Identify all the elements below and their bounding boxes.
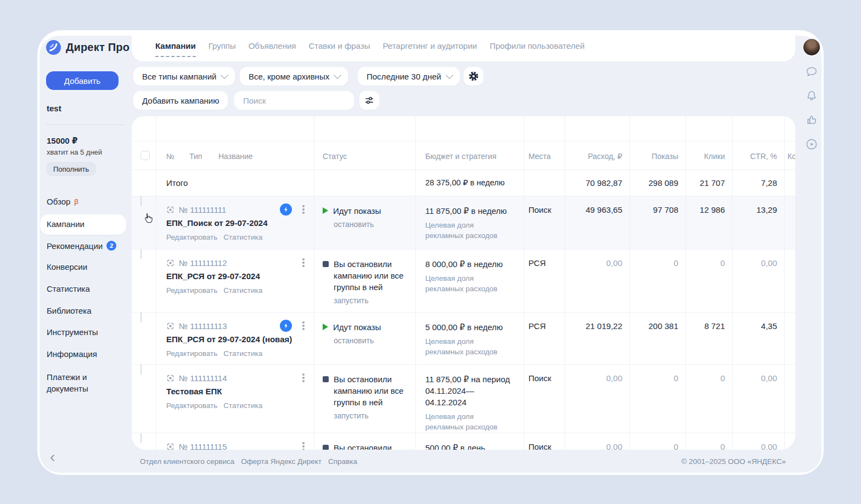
ctr-value: 13,29: [733, 196, 785, 249]
edit-link[interactable]: Редактировать: [166, 233, 217, 241]
avatar[interactable]: [803, 39, 820, 55]
tab-retargeting[interactable]: Ретаргетинг и аудитории: [382, 39, 477, 53]
sidebar-item-statistics[interactable]: Статистика: [47, 284, 90, 293]
account-name[interactable]: test: [47, 104, 61, 113]
campaign-name[interactable]: Тестовая ЕПК: [156, 383, 314, 397]
select-all-checkbox[interactable]: [140, 151, 150, 160]
gear-icon: [468, 70, 480, 82]
tune-filters-button[interactable]: [359, 91, 379, 110]
stats-link[interactable]: Статистика: [223, 286, 262, 295]
sidebar-item-overview[interactable]: Обзор β: [47, 197, 78, 206]
kebab-menu-icon[interactable]: [302, 208, 305, 211]
table-row: № 111111115 Вы остановили 500,00 ₽ в ден…: [132, 433, 795, 450]
places-value: Поиск: [524, 365, 565, 383]
campaign-number[interactable]: № 111111113: [179, 321, 227, 331]
col-header-budget[interactable]: Бюджет и стратегия: [425, 152, 496, 161]
bell-icon[interactable]: [805, 89, 818, 103]
stats-link[interactable]: Статистика: [223, 233, 262, 241]
campaign-name[interactable]: ЕПК_Поиск от 29-07-2024: [156, 214, 314, 229]
stopped-icon: [323, 445, 329, 450]
col-header-type[interactable]: Тип: [189, 152, 202, 161]
search-input[interactable]: [242, 91, 343, 110]
add-button[interactable]: Добавить: [46, 71, 119, 90]
col-header-places[interactable]: Места: [528, 152, 551, 161]
campaign-number[interactable]: № 111111114: [179, 373, 227, 383]
settings-gear-button[interactable]: [464, 67, 483, 86]
campaign-name[interactable]: ЕПК_РСЯ от 29-07-2024 (новая): [156, 331, 314, 345]
campaign-type-dropdown[interactable]: Все типы кампаний: [133, 67, 235, 86]
budget-value: 500,00 ₽ в день: [416, 433, 524, 450]
sidebar-item-conversions[interactable]: Конверсии: [47, 262, 87, 271]
sidebar-item-label: Кампании: [47, 219, 85, 229]
campaign-name[interactable]: ЕПК_РСЯ от 29-07-2024: [156, 268, 314, 282]
stats-link[interactable]: Статистика: [223, 401, 262, 410]
start-action-link[interactable]: запустить: [314, 293, 415, 305]
row-checkbox[interactable]: [140, 433, 142, 443]
strategy-label: Целевая доля рекламных расходов: [416, 270, 524, 294]
spend-value: 0,00: [565, 250, 630, 312]
ctr-value: 0,00: [733, 250, 785, 312]
collapse-sidebar-chevron[interactable]: [48, 454, 57, 462]
tab-ads[interactable]: Объявления: [249, 39, 296, 53]
archive-filter-dropdown[interactable]: Все, кроме архивных: [240, 67, 348, 86]
sidebar-item-information[interactable]: Информация: [47, 349, 97, 359]
chat-icon[interactable]: [805, 65, 818, 78]
totals-shows: 298 089: [630, 170, 686, 196]
kebab-menu-icon[interactable]: [302, 262, 305, 264]
strategy-label: Целевая доля рекламных расходов: [416, 217, 524, 241]
dropdown-value: Все, кроме архивных: [240, 72, 329, 81]
edit-link[interactable]: Редактировать: [166, 286, 217, 295]
row-checkbox[interactable]: [140, 364, 142, 375]
row-checkbox[interactable]: [140, 312, 142, 322]
stop-action-link[interactable]: остановить: [314, 217, 415, 229]
play-circle-icon[interactable]: [805, 138, 818, 151]
col-header-status[interactable]: Статус: [323, 152, 347, 161]
col-header-ctr[interactable]: CTR, %: [733, 141, 785, 169]
col-header-clicks[interactable]: Клики: [686, 141, 733, 169]
brand-title: Директ Про: [66, 41, 130, 54]
dropdown-value: Последние 30 дней: [358, 72, 441, 81]
kebab-menu-icon[interactable]: [302, 325, 305, 327]
stop-action-link[interactable]: остановить: [314, 333, 415, 345]
col-header-num[interactable]: №: [166, 152, 175, 161]
tab-groups[interactable]: Группы: [209, 39, 236, 53]
sidebar-item-payments[interactable]: Платежи и документы: [47, 371, 112, 394]
kebab-menu-icon[interactable]: [302, 377, 305, 379]
offer-link[interactable]: Оферта Яндекс Директ: [241, 457, 322, 466]
client-service-link[interactable]: Отдел клиентского сервиса: [140, 457, 234, 466]
start-action-link[interactable]: запустить: [314, 408, 415, 420]
sidebar-item-recommendations[interactable]: Рекомендации 2: [47, 241, 116, 251]
sidebar-item-label: Конверсии: [47, 262, 87, 271]
help-link[interactable]: Справка: [328, 457, 357, 466]
button-label: Добавить кампанию: [133, 96, 228, 105]
tab-user-profiles[interactable]: Профили пользователей: [489, 39, 584, 53]
sidebar-item-library[interactable]: Библиотека: [47, 306, 92, 315]
topup-button[interactable]: Пополнить: [46, 162, 96, 176]
stats-link[interactable]: Статистика: [223, 349, 262, 358]
col-header-name[interactable]: Название: [218, 152, 253, 161]
col-header-shows[interactable]: Показы: [630, 141, 686, 169]
boost-lightning-badge[interactable]: [280, 320, 292, 332]
campaign-type-icon: [166, 374, 175, 382]
add-campaign-button[interactable]: Добавить кампанию: [133, 91, 228, 110]
table-row: № 111111113 ЕПК_РСЯ от 29-07-2024 (новая…: [132, 313, 795, 365]
boost-lightning-badge[interactable]: [280, 203, 292, 216]
like-icon[interactable]: [805, 114, 818, 127]
edit-link[interactable]: Редактировать: [166, 401, 217, 410]
kebab-menu-icon[interactable]: [302, 445, 305, 448]
row-checkbox[interactable]: [140, 196, 142, 206]
sidebar-item-tools[interactable]: Инструменты: [47, 327, 98, 337]
col-header-spend[interactable]: Расход, ₽: [565, 141, 630, 169]
tab-bids-phrases[interactable]: Ставки и фразы: [308, 39, 370, 53]
campaign-number[interactable]: № 111111115: [179, 442, 227, 450]
sidebar-item-campaigns[interactable]: Кампании: [47, 219, 85, 229]
table-row: № 111111111 ЕПК_Поиск от 29-07-2024 Реда…: [132, 196, 795, 250]
period-dropdown[interactable]: Последние 30 дней: [358, 67, 460, 86]
campaign-number[interactable]: № 111111111: [179, 205, 226, 214]
shows-value: 0: [630, 365, 686, 433]
campaign-number[interactable]: № 111111112: [179, 258, 227, 268]
tab-campaigns[interactable]: Кампании: [155, 39, 196, 53]
edit-link[interactable]: Редактировать: [166, 349, 217, 358]
stopped-icon: [323, 376, 329, 382]
row-checkbox[interactable]: [140, 249, 142, 259]
